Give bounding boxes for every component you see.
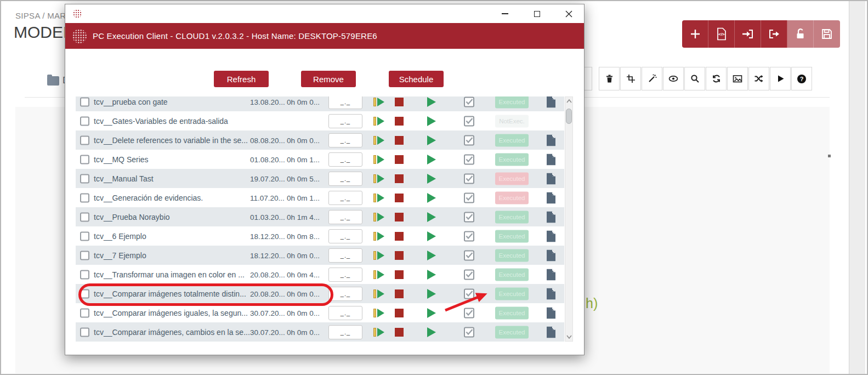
play-icon[interactable] bbox=[427, 193, 436, 203]
browser-scrollbar[interactable] bbox=[849, 1, 865, 374]
window-titlebar[interactable] bbox=[65, 4, 584, 23]
unlock-button[interactable] bbox=[787, 20, 814, 48]
schedule-button[interactable]: Schedule bbox=[389, 71, 444, 87]
row-select-checkbox[interactable] bbox=[80, 116, 89, 126]
play-icon[interactable] bbox=[427, 308, 436, 318]
toolbar-button-help[interactable]: ? bbox=[791, 67, 812, 90]
step-play-icon[interactable] bbox=[373, 270, 384, 279]
row-select-checkbox[interactable] bbox=[80, 270, 89, 279]
evidence-checkbox[interactable] bbox=[464, 173, 474, 184]
document-icon[interactable] bbox=[546, 249, 555, 261]
stop-icon[interactable] bbox=[395, 251, 404, 260]
document-icon[interactable] bbox=[546, 269, 555, 280]
stop-icon[interactable] bbox=[395, 289, 404, 298]
play-icon[interactable] bbox=[427, 135, 436, 145]
row-select-checkbox[interactable] bbox=[80, 97, 89, 106]
scroll-up-icon[interactable] bbox=[566, 98, 572, 105]
row-select-checkbox[interactable] bbox=[80, 212, 89, 221]
schedule-time-input[interactable]: _._ bbox=[328, 287, 362, 301]
schedule-time-input[interactable]: _._ bbox=[328, 248, 362, 263]
sign-out-button[interactable] bbox=[761, 20, 787, 48]
row-select-checkbox[interactable] bbox=[80, 327, 89, 337]
step-play-icon[interactable] bbox=[373, 117, 384, 126]
breadcrumb[interactable]: SIPSA / MAR bbox=[15, 11, 66, 20]
row-select-checkbox[interactable] bbox=[80, 231, 89, 241]
scroll-down-icon[interactable] bbox=[566, 333, 572, 340]
play-icon[interactable] bbox=[427, 289, 436, 299]
schedule-time-input[interactable]: _._ bbox=[328, 114, 362, 128]
step-play-icon[interactable] bbox=[373, 251, 384, 260]
toolbar-button-shuffle[interactable] bbox=[748, 67, 769, 90]
stop-icon[interactable] bbox=[395, 174, 404, 183]
document-icon[interactable] bbox=[546, 154, 555, 165]
add-button[interactable] bbox=[682, 20, 708, 48]
schedule-time-input[interactable]: _._ bbox=[328, 133, 362, 147]
document-icon[interactable] bbox=[546, 173, 555, 184]
evidence-checkbox[interactable] bbox=[464, 135, 474, 145]
evidence-checkbox[interactable] bbox=[464, 116, 474, 126]
row-select-checkbox[interactable] bbox=[80, 193, 89, 202]
toolbar-button-delete[interactable] bbox=[599, 67, 620, 90]
evidence-checkbox[interactable] bbox=[464, 96, 474, 107]
sign-in-button[interactable] bbox=[735, 20, 761, 48]
play-icon[interactable] bbox=[427, 212, 436, 222]
row-select-checkbox[interactable] bbox=[80, 135, 89, 145]
schedule-time-input[interactable]: _._ bbox=[328, 306, 362, 320]
stop-icon[interactable] bbox=[395, 328, 404, 337]
evidence-checkbox[interactable] bbox=[464, 269, 474, 280]
play-icon[interactable] bbox=[427, 174, 436, 184]
step-play-icon[interactable] bbox=[373, 232, 384, 241]
step-play-icon[interactable] bbox=[373, 194, 384, 202]
scrollbar-thumb[interactable] bbox=[566, 109, 572, 124]
stop-icon[interactable] bbox=[395, 98, 404, 106]
document-icon[interactable] bbox=[546, 192, 555, 203]
schedule-time-input[interactable]: _._ bbox=[328, 325, 362, 339]
row-select-checkbox[interactable] bbox=[80, 174, 89, 183]
save-button[interactable] bbox=[814, 20, 840, 48]
schedule-time-input[interactable]: _._ bbox=[328, 210, 362, 224]
stop-icon[interactable] bbox=[395, 155, 404, 164]
list-scrollbar[interactable] bbox=[565, 96, 573, 342]
schedule-time-input[interactable]: _._ bbox=[328, 152, 362, 167]
stop-icon[interactable] bbox=[395, 194, 404, 202]
play-icon[interactable] bbox=[427, 97, 436, 107]
step-play-icon[interactable] bbox=[373, 328, 384, 337]
evidence-checkbox[interactable] bbox=[464, 154, 474, 164]
evidence-checkbox[interactable] bbox=[464, 327, 474, 337]
close-button[interactable] bbox=[561, 7, 576, 21]
play-icon[interactable] bbox=[427, 231, 436, 241]
document-icon[interactable] bbox=[546, 307, 555, 319]
document-icon[interactable] bbox=[546, 134, 555, 146]
step-play-icon[interactable] bbox=[373, 213, 384, 221]
play-icon[interactable] bbox=[427, 251, 436, 260]
stop-icon[interactable] bbox=[395, 309, 404, 317]
step-play-icon[interactable] bbox=[373, 136, 384, 145]
step-play-icon[interactable] bbox=[373, 289, 384, 298]
document-icon[interactable] bbox=[546, 211, 555, 223]
evidence-checkbox[interactable] bbox=[464, 212, 474, 222]
document-icon[interactable] bbox=[546, 96, 555, 107]
toolbar-button-refresh[interactable] bbox=[706, 67, 727, 90]
toolbar-button-crop[interactable] bbox=[620, 67, 641, 90]
toolbar-button-magic-wand[interactable] bbox=[642, 67, 662, 90]
stop-icon[interactable] bbox=[395, 213, 404, 221]
stop-icon[interactable] bbox=[395, 232, 404, 241]
row-select-checkbox[interactable] bbox=[80, 308, 89, 317]
evidence-checkbox[interactable] bbox=[464, 231, 474, 241]
stop-icon[interactable] bbox=[395, 136, 404, 145]
play-icon[interactable] bbox=[427, 116, 436, 126]
document-icon[interactable] bbox=[546, 288, 555, 299]
play-icon[interactable] bbox=[427, 327, 436, 337]
schedule-time-input[interactable]: _._ bbox=[328, 229, 362, 243]
document-icon[interactable] bbox=[546, 230, 555, 242]
toolbar-button-image[interactable] bbox=[727, 67, 748, 90]
play-icon[interactable] bbox=[427, 155, 436, 164]
row-select-checkbox[interactable] bbox=[80, 155, 89, 164]
evidence-checkbox[interactable] bbox=[464, 192, 474, 203]
toolbar-button-preview[interactable] bbox=[663, 67, 684, 90]
refresh-button[interactable]: Refresh bbox=[214, 71, 269, 87]
schedule-time-input[interactable]: _._ bbox=[328, 191, 362, 205]
step-play-icon[interactable] bbox=[373, 155, 384, 164]
schedule-time-input[interactable]: _._ bbox=[328, 96, 362, 109]
step-play-icon[interactable] bbox=[373, 98, 384, 106]
